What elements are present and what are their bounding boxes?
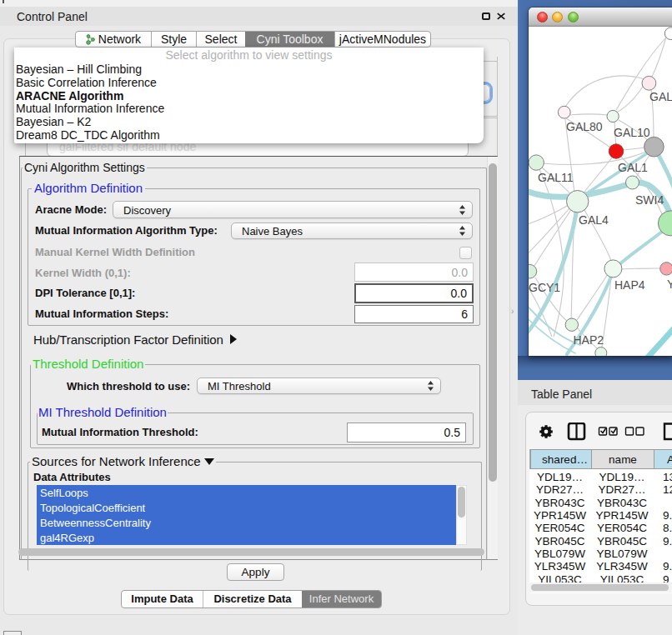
svg-text:GAL4: GAL4 [579, 213, 609, 227]
svg-text:HAP4: HAP4 [614, 278, 645, 292]
svg-text:GAL7: GAL7 [649, 90, 672, 103]
svg-text:Y: Y [667, 278, 672, 291]
svg-text:GAL11: GAL11 [538, 171, 574, 184]
svg-text:GCY1: GCY1 [529, 281, 560, 294]
svg-text:GAL10: GAL10 [614, 126, 650, 139]
svg-text:GAL1: GAL1 [618, 161, 648, 174]
svg-text:HAP2: HAP2 [574, 333, 604, 347]
svg-text:SWI4: SWI4 [635, 193, 664, 207]
svg-text:GAL80: GAL80 [566, 120, 603, 133]
